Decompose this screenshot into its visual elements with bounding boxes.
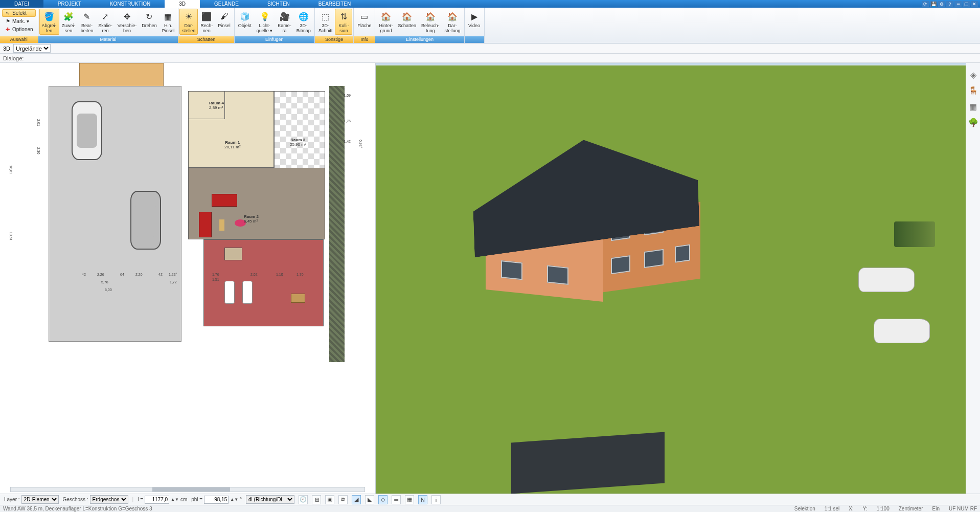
tab-sichten[interactable]: SICHTEN xyxy=(253,0,304,8)
tab-gelaende[interactable]: GELÄNDE xyxy=(200,0,253,8)
ribbon-video-button[interactable]: ▶Video xyxy=(466,9,483,30)
tab-datei[interactable]: DATEI xyxy=(0,0,43,8)
dim-label: 18,81 xyxy=(9,165,13,174)
viewport-3d[interactable] xyxy=(376,63,966,494)
menu-bar: DATEI PROJEKT KONSTRUKTION 3D GELÄNDE SI… xyxy=(0,0,980,8)
dim-label: 1,10 xyxy=(276,273,283,276)
link-icon[interactable]: ⧉ xyxy=(338,495,348,504)
ribbon-drehen-button[interactable]: ↻Drehen xyxy=(139,9,159,30)
ribbon-beleuchtung-button[interactable]: 🏠Beleuch- tung xyxy=(419,9,442,35)
status-selection: Selektion xyxy=(794,506,815,511)
snap-endpoint-icon[interactable]: ◢ xyxy=(352,495,361,504)
ribbon-icon: ☀ xyxy=(183,10,195,23)
mark-button[interactable]: ⚑Mark.▾ xyxy=(2,17,36,25)
furniture-icon[interactable]: 🪑 xyxy=(968,86,978,96)
dim-label: 1,42 xyxy=(344,140,351,143)
plants-icon[interactable]: 🌳 xyxy=(968,118,978,127)
ribbon-kollision-button[interactable]: ⇅Kolli- sion xyxy=(335,9,352,35)
ribbon-dschnitt-button[interactable]: ⬚3D- Schnitt xyxy=(316,9,335,35)
grid-icon[interactable]: ▦ xyxy=(405,495,414,504)
room-2[interactable]: Raum 26,45 m² xyxy=(188,168,325,239)
tab-konstruktion[interactable]: KONSTRUKTION xyxy=(96,0,165,8)
maximize-icon[interactable]: ▢ xyxy=(963,1,970,7)
ribbon: ↖Selekt ⚑Mark.▾ ✚Optionen Auswahl 🪣Abgre… xyxy=(0,8,980,43)
close-icon[interactable]: ✕ xyxy=(971,1,978,7)
ribbon-zuweisen-button[interactable]: 🧩Zuwei- sen xyxy=(59,9,78,35)
ribbon-rechnen-button[interactable]: ⬛Rech- nen xyxy=(198,9,215,35)
dim-label: 42 xyxy=(158,273,163,276)
ribbon-verschieben-button[interactable]: ✥Verschie- ben xyxy=(115,9,140,35)
save-icon[interactable]: 💾 xyxy=(930,1,937,7)
tab-projekt[interactable]: PROJEKT xyxy=(43,0,96,8)
ribbon-icon: ⤢ xyxy=(99,10,111,23)
settings-icon[interactable]: ⚙ xyxy=(938,1,945,7)
optionen-button[interactable]: ✚Optionen xyxy=(2,26,36,33)
ribbon-skalieren-button[interactable]: ⤢Skalie- ren xyxy=(96,9,115,35)
ribbon-label: Verschie- ben xyxy=(118,23,137,33)
group-icon[interactable]: ▣ xyxy=(325,495,334,504)
layers-icon[interactable]: ◈ xyxy=(970,70,976,80)
phi-input[interactable] xyxy=(204,496,229,504)
room-4[interactable]: Raum 42,89 m² xyxy=(188,91,225,119)
viewport-2d[interactable]: Raum 120,11 m² Raum 42,89 m² Raum 325,90… xyxy=(0,63,376,494)
ribbon-flche-button[interactable]: ▭Fläche xyxy=(355,9,374,30)
ribbon-kamera-button[interactable]: 🎥Kame- ra xyxy=(275,9,294,35)
ribbon-icon: 🏠 xyxy=(380,10,392,23)
group-caption: Einfügen xyxy=(235,36,314,43)
minimize-icon[interactable]: ━ xyxy=(954,1,962,7)
ribbon-darstellung-button[interactable]: 🏠Dar- stellung xyxy=(442,9,463,35)
ribbon-lichtquelle-button[interactable]: 💡Licht- quelle ▾ xyxy=(254,9,276,35)
geschoss-label: Geschoss : xyxy=(63,497,88,502)
terrace[interactable] xyxy=(203,239,324,326)
ribbon-hintergrund-button[interactable]: 🏠Hinter- grund xyxy=(376,9,395,35)
ribbon-icon: ▶ xyxy=(468,10,481,23)
snap-mid-icon[interactable]: ◣ xyxy=(365,495,374,504)
length-input[interactable] xyxy=(145,496,169,504)
tab-3d[interactable]: 3D xyxy=(165,0,200,8)
ribbon-objekt-button[interactable]: 🧊Objekt xyxy=(236,9,254,30)
ribbon-icon: 🏠 xyxy=(401,10,413,23)
dim-label: 2,01 xyxy=(37,119,40,126)
plus-icon: ✚ xyxy=(5,27,11,32)
dim-label: 1,72 xyxy=(170,280,177,284)
ribbon-dbitmap-button[interactable]: 🌐3D- Bitmap xyxy=(294,9,313,35)
help-icon[interactable]: ? xyxy=(946,1,953,7)
ribbon-pinsel-button[interactable]: 🖌Pinsel xyxy=(215,9,233,30)
ribbon-icon: 🪣 xyxy=(43,10,55,23)
snap-parallel-icon[interactable]: ═ xyxy=(392,495,401,504)
tab-bearbeiten[interactable]: BEARBEITEN xyxy=(304,0,365,8)
terrain-select[interactable]: Urgelände xyxy=(13,44,51,53)
geschoss-select[interactable]: Erdgeschos xyxy=(90,495,128,504)
selekt-label: Selekt xyxy=(12,10,27,16)
ribbon-darstellen-button[interactable]: ☀Dar- stellen xyxy=(179,9,198,35)
ribbon-abgreifen-button[interactable]: 🪣Abgrei- fen xyxy=(39,9,59,35)
lounger-icon xyxy=(224,281,235,304)
status-unit: Zentimeter xyxy=(899,506,923,511)
screen-icon[interactable]: 🖥 xyxy=(312,495,321,504)
ribbon-icon: ✎ xyxy=(81,10,93,23)
ribbon-hinpinsel-button[interactable]: ▦Hin. Pinsel xyxy=(159,9,177,35)
ribbon-icon: 🏠 xyxy=(446,10,459,23)
sync-icon[interactable]: ⟳ xyxy=(922,1,929,7)
clock-icon[interactable]: 🕘 xyxy=(299,495,308,504)
ribbon-icon: ✥ xyxy=(121,10,133,23)
driveway-shape xyxy=(49,86,181,342)
scrollbar-horizontal[interactable] xyxy=(10,487,365,492)
ribbon-label: Hin. Pinsel xyxy=(162,23,175,33)
selekt-button[interactable]: ↖Selekt xyxy=(2,9,36,17)
dim-label: 64 xyxy=(120,273,124,276)
room-area: 25,90 m² xyxy=(290,142,306,147)
snap-node-icon[interactable]: N xyxy=(418,495,427,504)
ribbon-bearbeiten-button[interactable]: ✎Bear- beiten xyxy=(78,9,96,35)
ribbon-schatten-button[interactable]: 🏠Schatten xyxy=(395,9,419,30)
table-icon xyxy=(219,219,224,231)
materials-icon[interactable]: ▦ xyxy=(969,102,977,112)
layer-select[interactable]: 2D-Elemen xyxy=(21,495,59,504)
dim-label: 2,02 xyxy=(250,273,258,276)
direction-select[interactable]: dl (Richtung/Di xyxy=(246,495,294,504)
room-area: 20,11 m² xyxy=(224,145,241,149)
info-toggle-icon[interactable]: i xyxy=(431,495,441,504)
dim-label: 2,26 xyxy=(135,273,143,276)
lounger-icon xyxy=(242,281,253,304)
snap-ortho-icon[interactable]: ◇ xyxy=(378,495,388,504)
